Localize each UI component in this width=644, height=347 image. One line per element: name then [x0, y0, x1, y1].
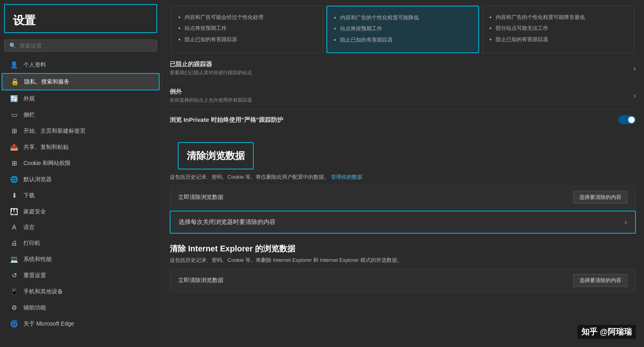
sidebar-label-mobile: 手机和其他设备: [23, 288, 63, 295]
track-card-basic[interactable]: 内容和广告可能会经过个性化处理 站点将按预期工作 阻止已知的有害跟踪器: [171, 6, 323, 53]
strict-list: 内容和广告的个性化程度可能降至最低 部分站点可能无法工作 阻止已知的有害跟踪器: [489, 13, 627, 44]
sidebar-label-privacy: 隐私、搜索和服务: [24, 78, 69, 86]
sidebar-label-family: 家庭安全: [23, 208, 46, 215]
strict-item-1: 内容和广告的个性化程度可能降至最低: [496, 13, 627, 22]
sidebar-item-family[interactable]: 👨‍👩‍👧家庭安全: [2, 204, 160, 219]
privacy-icon: 🔒: [11, 78, 19, 86]
sidebar-item-privacy[interactable]: 🔒隐私、搜索和服务: [2, 73, 160, 90]
mobile-icon: 📱: [10, 288, 19, 295]
profile-icon: 👤: [10, 61, 19, 69]
blocked-trackers-row[interactable]: 已阻止的跟踪器 查看我们已阻止其对你进行跟踪的站点 ›: [170, 55, 636, 82]
sidebar-item-language[interactable]: A语言: [2, 220, 160, 235]
sidebar-item-system[interactable]: 💻系统和性能: [2, 251, 160, 267]
sidebar: 设置 🔍 👤个人资料🔒隐私、搜索和服务🔄外观▭侧栏⊞开始、主页和新建标签页📤共享…: [0, 0, 162, 347]
clear-section-wrapper: 清除浏览数据: [162, 130, 644, 174]
immediate-clear-title: 立即清除浏览数据: [178, 194, 223, 201]
search-box[interactable]: 🔍: [4, 40, 157, 52]
sidebar-item-profile[interactable]: 👤个人资料: [2, 57, 160, 73]
inprivate-row: 浏览 InPrivate 时始终使用"严格"跟踪防护: [170, 110, 636, 130]
sidebar-item-about[interactable]: 🌀关于 Microsoft Edge: [2, 316, 160, 332]
manage-data-link[interactable]: 管理你的数据: [331, 174, 362, 180]
track-card-balanced[interactable]: 内容和广告的个性化程度可能降低 站点将按预期工作 阻止已知的有害跟踪器: [326, 6, 479, 53]
exceptions-sub: 在你选择的站点上允许使用所有跟踪器: [170, 97, 252, 104]
blocked-trackers-sub: 查看我们已阻止其对你进行跟踪的站点: [170, 69, 252, 76]
ie-clear-row: 立即清除浏览数据 选择要清除的内容: [170, 269, 636, 292]
sidebar-label-print: 打印机: [23, 240, 40, 247]
blocked-trackers-chevron: ›: [633, 64, 636, 73]
reset-icon: ↺: [10, 272, 19, 279]
clear-section-box: 清除浏览数据: [178, 142, 254, 169]
sidebar-label-cookies: Cookie 和网站权限: [23, 160, 71, 167]
sidebar-label-browser: 默认浏览器: [23, 176, 52, 183]
blocked-trackers-title: 已阻止的跟踪器: [170, 61, 252, 68]
sidebar-label-system: 系统和性能: [23, 256, 52, 263]
sidebar-item-mobile[interactable]: 📱手机和其他设备: [2, 284, 160, 299]
exceptions-chevron: ›: [633, 92, 636, 100]
balanced-list: 内容和广告的个性化程度可能降低 站点将按预期工作 阻止已知的有害跟踪器: [334, 13, 472, 44]
main-content: 内容和广告可能会经过个性化处理 站点将按预期工作 阻止已知的有害跟踪器 内容和广…: [162, 0, 644, 347]
balanced-item-2: 站点将按预期工作: [340, 24, 472, 33]
search-icon: 🔍: [9, 42, 16, 49]
inprivate-toggle[interactable]: [618, 115, 636, 124]
clear-desc: 这包括历史记录、密码、Cookie 等。将仅删除此用户配置中的数据。 管理你的数…: [170, 174, 636, 181]
clear-section-title: 清除浏览数据: [187, 149, 245, 162]
strict-item-3: 阻止已知的有害跟踪器: [496, 35, 627, 44]
on-close-row[interactable]: 选择每次关闭浏览器时要清除的内容 ›: [170, 211, 636, 234]
sidebar-label-language: 语言: [23, 224, 35, 231]
sidebar-item-print[interactable]: 🖨打印机: [2, 236, 160, 251]
inprivate-info: 浏览 InPrivate 时始终使用"严格"跟踪防护: [170, 116, 283, 124]
sidebar-item-accessibility[interactable]: ⚙辅助功能: [2, 300, 160, 316]
sidebar-icon: ▭: [10, 111, 19, 119]
blocked-trackers-info: 已阻止的跟踪器 查看我们已阻止其对你进行跟踪的站点: [170, 61, 252, 76]
sidebar-item-newtab[interactable]: ⊞开始、主页和新建标签页: [2, 123, 160, 139]
sidebar-item-share[interactable]: 📤共享、复制和粘贴: [2, 139, 160, 155]
tracking-cards: 内容和广告可能会经过个性化处理 站点将按预期工作 阻止已知的有害跟踪器 内容和广…: [162, 0, 644, 55]
page-title: 设置: [13, 13, 148, 28]
clear-desc-text: 这包括历史记录、密码、Cookie 等。将仅删除此用户配置中的数据。: [170, 174, 329, 180]
ie-section-desc: 这包括历史记录、密码、Cookie 等。将删除 Internet Explore…: [162, 257, 644, 269]
ie-clear-btn[interactable]: 选择要清除的内容: [573, 274, 627, 287]
sidebar-label-profile: 个人资料: [23, 61, 46, 69]
on-close-chevron: ›: [625, 218, 627, 226]
strict-item-2: 部分站点可能无法工作: [496, 23, 627, 33]
sidebar-item-sidebar[interactable]: ▭侧栏: [2, 107, 160, 123]
basic-item-3: 阻止已知的有害跟踪器: [185, 35, 316, 44]
sidebar-header: 设置: [4, 4, 157, 33]
basic-item-2: 站点将按预期工作: [185, 23, 316, 33]
exceptions-info: 例外 在你选择的站点上允许使用所有跟踪器: [170, 88, 252, 104]
basic-item-1: 内容和广告可能会经过个性化处理: [185, 13, 316, 22]
print-icon: 🖨: [10, 240, 19, 247]
sidebar-label-accessibility: 辅助功能: [23, 304, 46, 311]
ie-section-title: 清除 Internet Explorer 的浏览数据: [162, 235, 644, 257]
family-icon: 👨‍👩‍👧: [10, 208, 19, 215]
share-icon: 📤: [10, 143, 19, 151]
about-icon: 🌀: [10, 320, 19, 328]
immediate-clear-btn[interactable]: 选择要清除的内容: [573, 191, 627, 204]
sidebar-label-sidebar: 侧栏: [23, 111, 35, 119]
newtab-icon: ⊞: [10, 127, 19, 135]
sidebar-label-about: 关于 Microsoft Edge: [23, 320, 74, 328]
on-close-title: 选择每次关闭浏览器时要清除的内容: [179, 218, 276, 226]
browser-icon: 🌐: [10, 176, 19, 183]
track-card-strict[interactable]: 内容和广告的个性化程度可能降至最低 部分站点可能无法工作 阻止已知的有害跟踪器: [482, 6, 634, 53]
sidebar-item-appearance[interactable]: 🔄外观: [2, 91, 160, 107]
immediate-clear-row: 立即清除浏览数据 选择要清除的内容: [170, 186, 636, 209]
ie-clear-title: 立即清除浏览数据: [178, 277, 223, 284]
balanced-item-1: 内容和广告的个性化程度可能降低: [340, 13, 472, 22]
language-icon: A: [10, 224, 19, 231]
search-input[interactable]: [19, 42, 152, 49]
tracking-section: 已阻止的跟踪器 查看我们已阻止其对你进行跟踪的站点 › 例外 在你选择的站点上允…: [162, 55, 644, 130]
sidebar-item-browser[interactable]: 🌐默认浏览器: [2, 171, 160, 187]
sidebar-item-reset[interactable]: ↺重置设置: [2, 268, 160, 283]
sidebar-label-reset: 重置设置: [23, 272, 46, 279]
sidebar-label-newtab: 开始、主页和新建标签页: [23, 128, 86, 135]
sidebar-item-download[interactable]: ⬇下载: [2, 188, 160, 203]
nav-list: 👤个人资料🔒隐私、搜索和服务🔄外观▭侧栏⊞开始、主页和新建标签页📤共享、复制和粘…: [0, 56, 161, 332]
download-icon: ⬇: [10, 192, 19, 199]
exceptions-row[interactable]: 例外 在你选择的站点上允许使用所有跟踪器 ›: [170, 82, 636, 110]
sidebar-item-cookies[interactable]: ⊞Cookie 和网站权限: [2, 155, 160, 171]
cookies-icon: ⊞: [10, 159, 19, 167]
sidebar-label-share: 共享、复制和粘贴: [23, 144, 69, 151]
basic-list: 内容和广告可能会经过个性化处理 站点将按预期工作 阻止已知的有害跟踪器: [178, 13, 316, 44]
system-icon: 💻: [10, 255, 19, 263]
